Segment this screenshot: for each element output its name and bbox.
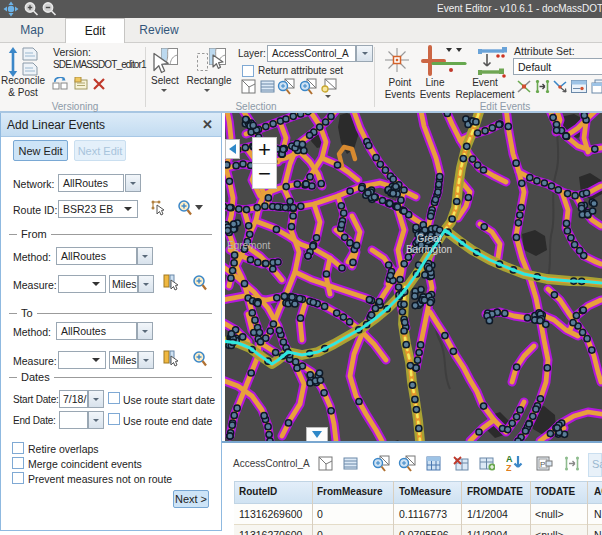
svg-text:Egremont: Egremont (227, 240, 271, 251)
svg-text:Barrington: Barrington (406, 244, 452, 255)
svg-text:Z: Z (506, 463, 512, 472)
svg-text:Great: Great (416, 233, 441, 244)
svg-text:P: P (540, 460, 545, 469)
